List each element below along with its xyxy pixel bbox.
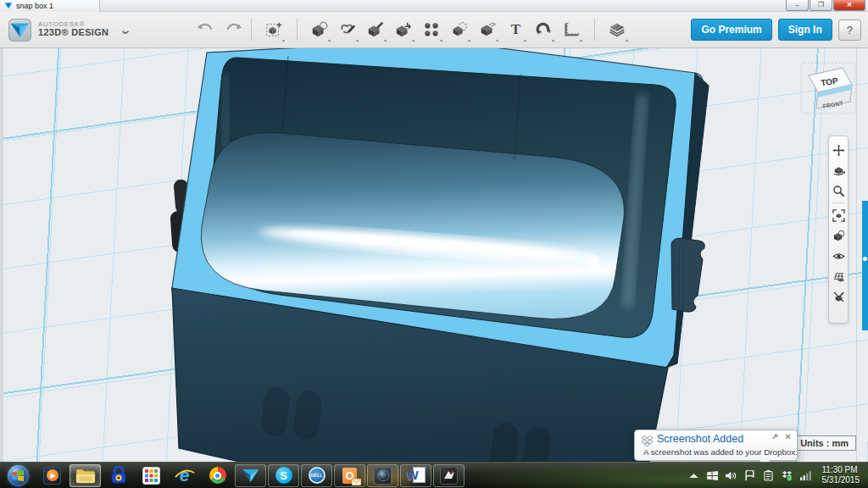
volume-icon[interactable] bbox=[726, 469, 737, 481]
get-windows-10-icon[interactable] bbox=[707, 469, 719, 481]
dropbox-notification[interactable]: Screenshot Added A screenshot was added … bbox=[634, 430, 798, 461]
taskbar-windows-explorer[interactable] bbox=[70, 464, 101, 487]
visibility-button[interactable] bbox=[830, 246, 847, 266]
clock-time: 11:30 PM bbox=[822, 465, 860, 475]
material-view-icon bbox=[832, 230, 845, 242]
window-controls: – ❐ ✕ bbox=[785, 0, 865, 11]
app-logo[interactable] bbox=[8, 19, 31, 42]
help-button[interactable]: ? bbox=[838, 19, 861, 41]
account-actions: Go Premium Sign In ? bbox=[691, 19, 861, 41]
document-tab-title: snap box 1 bbox=[16, 2, 53, 10]
material-view-button[interactable] bbox=[830, 225, 847, 246]
undo-button[interactable] bbox=[197, 22, 214, 37]
taskbar-game-app[interactable] bbox=[433, 464, 465, 487]
taskbar-internet-explorer[interactable]: e bbox=[169, 464, 200, 487]
taskbar-123d-design[interactable] bbox=[235, 464, 266, 487]
pattern-icon bbox=[422, 20, 441, 39]
brand-123d-design: 123D® DESIGN bbox=[38, 28, 108, 38]
ie-icon: e bbox=[175, 466, 194, 485]
document-tab[interactable]: snap box 1 bbox=[0, 0, 100, 12]
taskbar-chrome[interactable] bbox=[202, 464, 233, 487]
start-button[interactable] bbox=[8, 465, 29, 486]
taskbar-windows-media-player[interactable]: ▶ bbox=[36, 464, 68, 487]
zoom-magnifier-icon bbox=[832, 185, 845, 197]
units-button[interactable]: Units : mm bbox=[793, 435, 856, 451]
transform-icon bbox=[264, 20, 283, 39]
outlook-icon: O bbox=[341, 466, 359, 485]
scrollbar-handle-dot[interactable] bbox=[863, 257, 867, 261]
minimize-button[interactable]: – bbox=[786, 0, 809, 11]
go-premium-button[interactable]: Go Premium bbox=[691, 19, 771, 41]
redo-button[interactable] bbox=[225, 22, 242, 37]
construct-icon bbox=[366, 20, 385, 39]
taskbar-webcam-central[interactable] bbox=[367, 464, 398, 487]
nav-separator bbox=[832, 202, 844, 203]
hidden-icons-button[interactable] bbox=[688, 469, 700, 481]
main-toolbar: AUTODESK® 123D® DESIGN ⌄ bbox=[0, 12, 868, 48]
modify-tool-button[interactable]: ▾ bbox=[392, 16, 415, 43]
taskbar-app-launcher[interactable] bbox=[136, 464, 167, 487]
toolbar-separator bbox=[297, 19, 298, 41]
primitives-tool-button[interactable]: ▾ bbox=[309, 16, 331, 43]
combine-tool-button[interactable]: ▾ bbox=[476, 16, 499, 43]
notification-message: A screenshot was added to your Dropbox. bbox=[643, 447, 798, 457]
history-buttons bbox=[197, 22, 242, 37]
main-menu-chevron-icon[interactable]: ⌄ bbox=[119, 23, 132, 36]
maximize-button[interactable]: ❐ bbox=[810, 0, 832, 11]
transform-tool-button[interactable]: ▾ bbox=[263, 16, 286, 43]
windows-orb-icon bbox=[12, 470, 24, 481]
document-tab-bar: snap box 1 – ❐ ✕ bbox=[0, 0, 868, 12]
toolbar-separator bbox=[594, 19, 595, 41]
construct-tool-button[interactable]: ▾ bbox=[364, 16, 387, 43]
app-window: snap box 1 – ❐ ✕ AUTODESK® 123D® DESIGN … bbox=[0, 0, 868, 488]
taskbar-word[interactable]: W bbox=[400, 464, 431, 487]
view-cube[interactable]: TOP FRONT bbox=[800, 62, 858, 116]
notification-close-icon[interactable]: ✕ bbox=[785, 433, 792, 441]
hide-sketches-button[interactable] bbox=[830, 286, 847, 307]
fit-view-button[interactable] bbox=[830, 205, 847, 225]
brand-text: AUTODESK® 123D® DESIGN bbox=[38, 21, 108, 38]
close-button[interactable]: ✕ bbox=[833, 0, 865, 11]
notification-settings-wrench-icon[interactable] bbox=[771, 433, 779, 441]
cavity-floor[interactable] bbox=[201, 132, 624, 319]
taskbar-dell-support[interactable]: DELL bbox=[301, 464, 332, 487]
action-center-flag-icon[interactable] bbox=[744, 469, 756, 481]
notification-title[interactable]: Screenshot Added bbox=[657, 433, 743, 445]
snap-box-model[interactable] bbox=[0, 48, 868, 462]
windows-taskbar: ▶ bbox=[0, 462, 868, 488]
toolbar-separator bbox=[251, 19, 252, 41]
right-clip[interactable] bbox=[671, 238, 704, 312]
taskbar-folder-lock[interactable] bbox=[103, 464, 134, 487]
dropbox-tray-icon[interactable] bbox=[782, 469, 793, 481]
launcher-grid-icon bbox=[142, 467, 160, 485]
zoom-button[interactable] bbox=[830, 180, 847, 201]
grid-toggle-button[interactable] bbox=[830, 266, 847, 286]
material-tool-button[interactable]: ▾ bbox=[606, 16, 629, 43]
clipboard-icon[interactable] bbox=[763, 469, 775, 481]
grouping-icon bbox=[450, 20, 469, 39]
hide-sketches-icon bbox=[832, 291, 845, 303]
taskbar-skype[interactable]: S bbox=[268, 464, 299, 487]
fit-view-icon bbox=[832, 209, 845, 222]
text-tool-icon: T bbox=[511, 21, 520, 38]
eye-icon bbox=[832, 250, 845, 263]
primitives-icon bbox=[310, 20, 329, 39]
orbit-button[interactable] bbox=[830, 160, 847, 180]
grouping-tool-button[interactable]: ▾ bbox=[448, 16, 471, 43]
pan-button[interactable] bbox=[830, 140, 847, 160]
network-signal-icon[interactable] bbox=[800, 469, 812, 481]
measure-tool-button[interactable]: ▾ bbox=[560, 16, 583, 43]
pattern-tool-button[interactable]: ▾ bbox=[420, 16, 443, 43]
snap-tool-button[interactable]: ▾ bbox=[532, 16, 555, 43]
sketch-tool-button[interactable]: ▾ bbox=[337, 16, 359, 43]
undo-icon bbox=[197, 22, 214, 34]
modify-icon bbox=[394, 20, 413, 39]
taskbar-clock[interactable]: 11:30 PM 5/31/2015 bbox=[822, 465, 860, 485]
taskbar-outlook[interactable]: O bbox=[334, 464, 365, 487]
viewport-canvas[interactable]: TOP FRONT bbox=[0, 48, 868, 462]
sign-in-button[interactable]: Sign In bbox=[778, 19, 832, 41]
scrollbar-thumb[interactable] bbox=[862, 201, 868, 330]
123d-tab-icon bbox=[4, 2, 13, 10]
text-tool-button[interactable]: T ▾ bbox=[504, 16, 527, 43]
navigation-palette bbox=[828, 136, 849, 324]
